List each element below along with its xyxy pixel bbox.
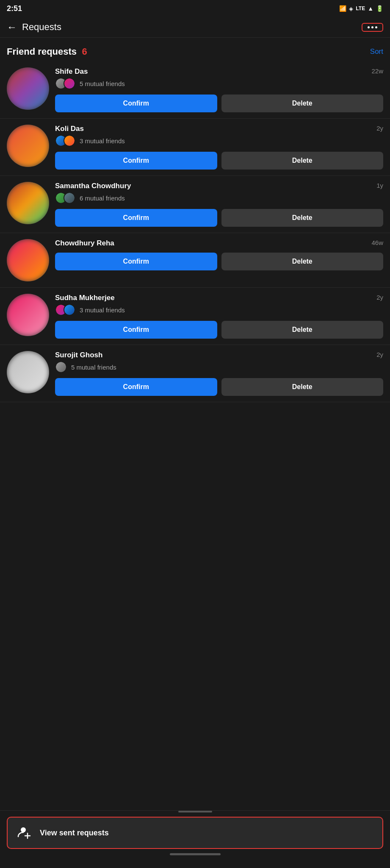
bottom-spacer <box>0 411 390 466</box>
mutual-avatars <box>55 192 72 204</box>
mutual-friends-row: 5 mutual friends <box>55 78 383 89</box>
avatar <box>7 351 49 393</box>
mutual-friends-text: 5 mutual friends <box>80 80 125 87</box>
request-name-row: Chowdhury Reha 46w <box>55 239 383 248</box>
status-time: 2:51 <box>7 4 22 13</box>
action-buttons: Confirm Delete <box>55 253 383 270</box>
battery-icon: 🔋 <box>376 5 383 12</box>
avatar-image <box>7 239 49 281</box>
delete-button[interactable]: Delete <box>221 95 384 112</box>
section-title-row: Friend requests 6 Sort <box>0 38 390 61</box>
person-plus-icon <box>16 824 33 841</box>
requester-name: Surojit Ghosh <box>55 351 102 359</box>
request-info: Shife Das 22w 5 mutual friends Confirm D… <box>55 67 383 112</box>
mutual-friends-row: 3 mutual friends <box>55 135 383 147</box>
mutual-friends-text: 3 mutual friends <box>80 306 125 314</box>
request-name-row: Surojit Ghosh 2y <box>55 351 383 359</box>
confirm-button[interactable]: Confirm <box>55 253 217 270</box>
mutual-avatars <box>55 135 72 147</box>
requester-name: Sudha Mukherjee <box>55 294 115 302</box>
request-info: Surojit Ghosh 2y 5 mutual friends Confir… <box>55 351 383 396</box>
status-icons: 📶 ◈ LTE ▲ 🔋 <box>339 5 383 12</box>
friend-request-count: 6 <box>82 46 87 57</box>
confirm-button[interactable]: Confirm <box>55 152 217 170</box>
mutual-avatars <box>55 304 72 316</box>
avatar-image <box>7 182 49 224</box>
page-title: Requests <box>22 22 61 33</box>
lte-icon: LTE <box>356 6 365 11</box>
view-sent-requests-button[interactable]: View sent requests <box>7 817 383 849</box>
view-sent-label: View sent requests <box>40 829 109 837</box>
dot2 <box>371 26 373 28</box>
avatar-image <box>7 351 49 393</box>
confirm-button[interactable]: Confirm <box>55 95 217 112</box>
delete-button[interactable]: Delete <box>221 378 384 396</box>
mutual-avatar <box>64 78 75 89</box>
confirm-button[interactable]: Confirm <box>55 321 217 339</box>
request-info: Samantha Chowdhury 1y 6 mutual friends C… <box>55 182 383 227</box>
mutual-avatar <box>55 361 67 373</box>
mutual-friends-row: 6 mutual friends <box>55 192 383 204</box>
header-left: ← Requests <box>7 21 61 33</box>
request-time: 1y <box>376 182 383 189</box>
request-name-row: Sudha Mukherjee 2y <box>55 294 383 302</box>
request-item: Koli Das 2y 3 mutual friends Confirm Del… <box>0 119 390 176</box>
mutual-avatars <box>55 361 64 373</box>
mutual-avatars <box>55 78 72 89</box>
requester-name: Chowdhury Reha <box>55 239 114 248</box>
request-item: Chowdhury Reha 46w Confirm Delete <box>0 233 390 288</box>
mutual-avatar <box>64 304 75 316</box>
home-indicator <box>170 853 221 855</box>
section-title-group: Friend requests 6 <box>7 46 87 57</box>
mutual-avatar <box>64 192 75 204</box>
request-name-row: Koli Das 2y <box>55 125 383 133</box>
request-name-row: Samantha Chowdhury 1y <box>55 182 383 190</box>
requester-name: Koli Das <box>55 125 84 133</box>
bottom-section: View sent requests <box>0 810 390 868</box>
mutual-friends-text: 5 mutual friends <box>71 364 116 371</box>
request-item: Surojit Ghosh 2y 5 mutual friends Confir… <box>0 345 390 402</box>
sort-button[interactable]: Sort <box>370 47 383 56</box>
mutual-friends-row: 5 mutual friends <box>55 361 383 373</box>
confirm-button[interactable]: Confirm <box>55 378 217 396</box>
signal-icon: ▲ <box>368 5 373 12</box>
dot1 <box>368 26 370 28</box>
avatar <box>7 125 49 167</box>
requester-name: Shife Das <box>55 67 88 76</box>
delete-button[interactable]: Delete <box>221 209 384 227</box>
delete-button[interactable]: Delete <box>221 253 384 270</box>
back-button[interactable]: ← <box>7 21 17 33</box>
request-info: Sudha Mukherjee 2y 3 mutual friends Conf… <box>55 294 383 339</box>
request-name-row: Shife Das 22w <box>55 67 383 76</box>
mutual-friends-row: 3 mutual friends <box>55 304 383 316</box>
header: ← Requests <box>0 17 390 38</box>
avatar-image <box>7 67 49 110</box>
mutual-avatar <box>64 135 75 147</box>
request-item: Sudha Mukherjee 2y 3 mutual friends Conf… <box>0 288 390 345</box>
action-buttons: Confirm Delete <box>55 378 383 396</box>
action-buttons: Confirm Delete <box>55 321 383 339</box>
request-info: Chowdhury Reha 46w Confirm Delete <box>55 239 383 270</box>
wifi-icon: ◈ <box>349 6 353 12</box>
mutual-friends-text: 3 mutual friends <box>80 137 125 145</box>
action-buttons: Confirm Delete <box>55 209 383 227</box>
requester-name: Samantha Chowdhury <box>55 182 131 190</box>
avatar <box>7 239 49 281</box>
delete-button[interactable]: Delete <box>221 321 384 339</box>
phone-icon: 📶 <box>339 5 346 12</box>
avatar-image <box>7 294 49 336</box>
confirm-button[interactable]: Confirm <box>55 209 217 227</box>
request-time: 2y <box>376 294 383 301</box>
action-buttons: Confirm Delete <box>55 95 383 112</box>
avatar <box>7 67 49 110</box>
request-item: Samantha Chowdhury 1y 6 mutual friends C… <box>0 176 390 233</box>
request-time: 22w <box>371 67 383 75</box>
request-time: 2y <box>376 125 383 132</box>
more-options-button[interactable] <box>362 23 383 32</box>
dot3 <box>375 26 377 28</box>
delete-button[interactable]: Delete <box>221 152 384 170</box>
action-buttons: Confirm Delete <box>55 152 383 170</box>
mutual-friends-text: 6 mutual friends <box>80 195 125 202</box>
scroll-indicator <box>178 811 212 812</box>
avatar <box>7 294 49 336</box>
